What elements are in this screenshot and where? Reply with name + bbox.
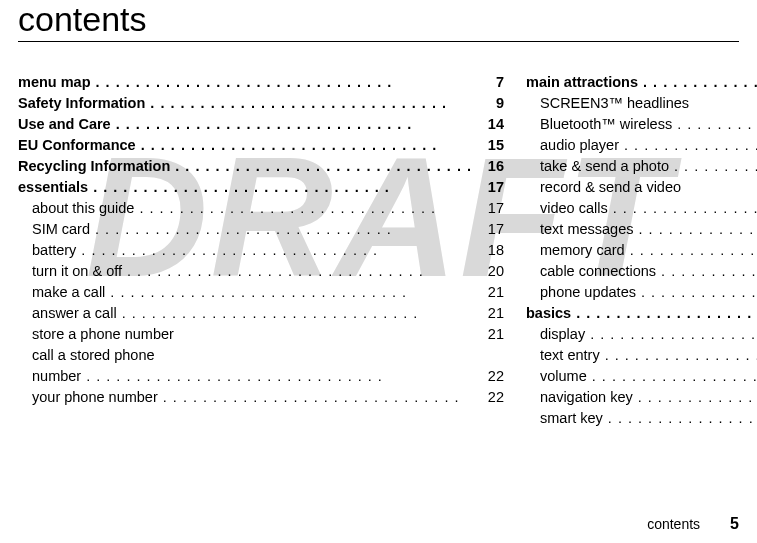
toc-row: store a phone number21 (18, 324, 504, 345)
toc-page-number: 18 (472, 240, 504, 261)
toc-label: Safety Information (18, 93, 472, 114)
toc-page-number: 15 (472, 135, 504, 156)
toc-row: answer a call21 (18, 303, 504, 324)
toc-row: memory card41 (526, 240, 757, 261)
toc-label: volume (526, 366, 757, 387)
toc-label: about this guide (18, 198, 472, 219)
toc-row: basics46 (526, 303, 757, 324)
toc-row: number22 (18, 366, 504, 387)
title-rule (18, 41, 739, 42)
toc-row: phone updates45 (526, 282, 757, 303)
toc-row: record & send a video36 (526, 177, 757, 198)
footer-label: contents (647, 516, 700, 532)
toc-row: turn it on & off20 (18, 261, 504, 282)
toc-row: essentials17 (18, 177, 504, 198)
toc-label: store a phone number (18, 324, 472, 345)
toc-label: Use and Care (18, 114, 472, 135)
toc-label: answer a call (18, 303, 472, 324)
toc-label: SCREEN3™ headlines (526, 93, 757, 114)
toc-page-number: 20 (472, 261, 504, 282)
toc-column-1: menu map7Safety Information9Use and Care… (18, 72, 504, 429)
toc-row: Bluetooth™ wireless24 (526, 114, 757, 135)
toc-row: SCREEN3™ headlines23 (526, 93, 757, 114)
toc-row: your phone number22 (18, 387, 504, 408)
toc-row: Recycling Information16 (18, 156, 504, 177)
toc-label: cable connections (526, 261, 757, 282)
toc-row: text entry49 (526, 345, 757, 366)
toc-label: phone updates (526, 282, 757, 303)
toc-page-number: 21 (472, 324, 504, 345)
toc-label: record & send a video (526, 177, 757, 198)
toc-column-2: main attractions23SCREEN3™ headlines23Bl… (526, 72, 757, 429)
toc-row: call a stored phone (18, 345, 504, 366)
toc-page-number: 21 (472, 282, 504, 303)
toc-label: number (18, 366, 472, 387)
toc-row: main attractions23 (526, 72, 757, 93)
toc-page-number: 21 (472, 303, 504, 324)
toc-label: your phone number (18, 387, 472, 408)
footer-page-number: 5 (730, 515, 739, 533)
toc-row: audio player31 (526, 135, 757, 156)
toc-row: text messages38 (526, 219, 757, 240)
toc-page-number: 17 (472, 219, 504, 240)
toc-label: menu map (18, 72, 472, 93)
toc-row: about this guide17 (18, 198, 504, 219)
toc-label: text messages (526, 219, 757, 240)
toc-row: Use and Care14 (18, 114, 504, 135)
toc-label: smart key (526, 408, 757, 429)
toc-row: smart key53 (526, 408, 757, 429)
toc-row: take & send a photo33 (526, 156, 757, 177)
page-footer: contents 5 (647, 515, 739, 533)
toc-label: EU Conformance (18, 135, 472, 156)
toc-row: EU Conformance15 (18, 135, 504, 156)
toc-label: main attractions (526, 72, 757, 93)
toc-label: Recycling Information (18, 156, 472, 177)
toc-row: SIM card17 (18, 219, 504, 240)
toc-page-number: 17 (472, 177, 504, 198)
toc-row: navigation key53 (526, 387, 757, 408)
toc-row: display46 (526, 324, 757, 345)
toc-label: take & send a photo (526, 156, 757, 177)
toc-label: Bluetooth™ wireless (526, 114, 757, 135)
toc-label: display (526, 324, 757, 345)
toc-label: text entry (526, 345, 757, 366)
toc-row: volume53 (526, 366, 757, 387)
toc-label: SIM card (18, 219, 472, 240)
toc-page-number: 9 (472, 93, 504, 114)
toc-row: cable connections43 (526, 261, 757, 282)
toc-row: menu map7 (18, 72, 504, 93)
toc-row: make a call21 (18, 282, 504, 303)
toc-label: basics (526, 303, 757, 324)
toc-page-number: 16 (472, 156, 504, 177)
toc-row: Safety Information9 (18, 93, 504, 114)
toc-page-number: 22 (472, 366, 504, 387)
toc-label: battery (18, 240, 472, 261)
toc-label: call a stored phone (18, 345, 504, 366)
toc-label: memory card (526, 240, 757, 261)
toc-label: audio player (526, 135, 757, 156)
toc-label: make a call (18, 282, 472, 303)
page-container: contents menu map7Safety Information9Use… (0, 0, 757, 543)
toc-page-number: 22 (472, 387, 504, 408)
toc-label: essentials (18, 177, 472, 198)
toc-columns: menu map7Safety Information9Use and Care… (18, 72, 739, 429)
toc-label: navigation key (526, 387, 757, 408)
toc-label: turn it on & off (18, 261, 472, 282)
toc-page-number: 7 (472, 72, 504, 93)
page-title: contents (18, 0, 739, 39)
toc-row: video calls37 (526, 198, 757, 219)
toc-page-number: 14 (472, 114, 504, 135)
toc-label: video calls (526, 198, 757, 219)
toc-page-number: 17 (472, 198, 504, 219)
toc-row: battery18 (18, 240, 504, 261)
